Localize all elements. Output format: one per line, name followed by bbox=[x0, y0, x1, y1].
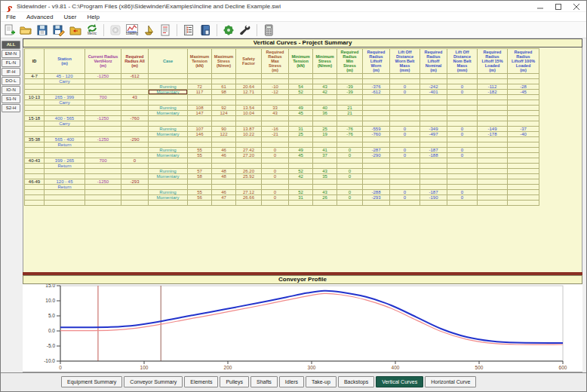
cell[interactable] bbox=[390, 79, 420, 84]
cell[interactable] bbox=[363, 164, 390, 169]
cell[interactable] bbox=[121, 127, 149, 132]
filter-tab-s1-n[interactable]: S1-N bbox=[2, 95, 20, 103]
cell[interactable] bbox=[337, 185, 363, 190]
cell[interactable]: 122 bbox=[212, 132, 236, 137]
cell[interactable]: -28 bbox=[508, 84, 539, 90]
cell[interactable]: 90 bbox=[212, 127, 236, 132]
cell[interactable]: -45 bbox=[508, 90, 539, 95]
cell[interactable] bbox=[508, 106, 539, 111]
cell[interactable]: -293 bbox=[121, 179, 149, 185]
cell[interactable] bbox=[188, 121, 212, 127]
new-file-icon[interactable] bbox=[2, 23, 17, 38]
cell[interactable]: -288 bbox=[363, 190, 390, 195]
cell[interactable] bbox=[390, 100, 420, 106]
cell[interactable] bbox=[25, 121, 45, 127]
cell[interactable]: 55 bbox=[188, 148, 212, 153]
cell[interactable]: 0 bbox=[262, 148, 289, 153]
cell[interactable] bbox=[149, 179, 188, 185]
cell[interactable]: 55 bbox=[188, 153, 212, 158]
filter-tab-if-h[interactable]: IF-H bbox=[2, 68, 20, 76]
cell[interactable] bbox=[420, 164, 447, 169]
cell[interactable] bbox=[289, 164, 313, 169]
cell[interactable] bbox=[478, 164, 508, 169]
cell[interactable] bbox=[25, 127, 45, 132]
tab-horizontal-curve[interactable]: Horizontal Curve bbox=[425, 376, 476, 387]
cell[interactable] bbox=[45, 174, 85, 179]
cell[interactable] bbox=[420, 142, 447, 148]
cell[interactable] bbox=[478, 153, 508, 158]
cell[interactable] bbox=[121, 190, 149, 195]
cell[interactable]: -497 bbox=[420, 132, 447, 137]
cell[interactable] bbox=[188, 95, 212, 100]
cell[interactable]: Return bbox=[45, 142, 85, 148]
cell[interactable]: 0 bbox=[337, 169, 363, 174]
cell[interactable] bbox=[25, 106, 45, 111]
cell[interactable] bbox=[25, 185, 45, 190]
cell[interactable] bbox=[149, 74, 188, 79]
cell[interactable] bbox=[188, 164, 212, 169]
cell[interactable] bbox=[236, 121, 262, 127]
cell[interactable] bbox=[262, 74, 289, 79]
cell[interactable]: -1250 bbox=[85, 137, 121, 142]
cell[interactable] bbox=[420, 95, 447, 100]
cell[interactable] bbox=[289, 142, 313, 148]
cell[interactable] bbox=[25, 174, 45, 179]
cell[interactable] bbox=[25, 169, 45, 174]
cell[interactable]: 107 bbox=[188, 127, 212, 132]
cell[interactable] bbox=[420, 201, 447, 206]
cell[interactable]: 146 bbox=[188, 132, 212, 137]
tab-backstops[interactable]: Backstops bbox=[338, 376, 374, 387]
cell[interactable]: Carry bbox=[45, 100, 85, 106]
cell[interactable]: 27.12 bbox=[236, 190, 262, 195]
cell[interactable] bbox=[85, 100, 121, 106]
cell[interactable] bbox=[149, 79, 188, 84]
cell[interactable] bbox=[337, 137, 363, 142]
cell[interactable] bbox=[85, 195, 121, 201]
menu-help[interactable]: Help bbox=[81, 14, 104, 20]
tab-idlers[interactable]: Idlers bbox=[279, 376, 304, 387]
cell[interactable]: 35 bbox=[313, 174, 337, 179]
cell[interactable] bbox=[188, 74, 212, 79]
cell[interactable] bbox=[25, 190, 45, 195]
cell[interactable]: 0 bbox=[337, 153, 363, 158]
cell[interactable] bbox=[289, 100, 313, 106]
metric-refresh-icon[interactable]: Metric bbox=[85, 23, 100, 38]
cell[interactable]: 108 bbox=[188, 106, 212, 111]
cell[interactable]: -16 bbox=[262, 127, 289, 132]
cell[interactable] bbox=[85, 79, 121, 84]
cell[interactable] bbox=[121, 90, 149, 95]
cell[interactable] bbox=[363, 179, 390, 185]
cell[interactable] bbox=[478, 195, 508, 201]
cell[interactable] bbox=[45, 195, 85, 201]
cell[interactable] bbox=[289, 121, 313, 127]
cell[interactable] bbox=[508, 179, 539, 185]
cell[interactable] bbox=[85, 90, 121, 95]
cell[interactable] bbox=[478, 169, 508, 174]
cell[interactable] bbox=[121, 142, 149, 148]
cell[interactable]: 40-43 bbox=[25, 158, 45, 164]
cell[interactable] bbox=[262, 179, 289, 185]
cell[interactable] bbox=[313, 158, 337, 164]
menu-advanced[interactable]: Advanced bbox=[21, 14, 59, 20]
cell[interactable] bbox=[363, 79, 390, 84]
cell[interactable]: 0 bbox=[262, 153, 289, 158]
cell[interactable] bbox=[390, 137, 420, 142]
cell[interactable] bbox=[447, 116, 478, 121]
cell[interactable]: 0 bbox=[447, 90, 478, 95]
cell[interactable]: -1250 bbox=[85, 179, 121, 185]
cell[interactable] bbox=[390, 174, 420, 179]
cell[interactable]: 10.04 bbox=[236, 111, 262, 116]
cell[interactable] bbox=[212, 201, 236, 206]
cell[interactable] bbox=[262, 158, 289, 164]
cell[interactable]: -293 bbox=[363, 195, 390, 201]
cell[interactable]: Running bbox=[149, 148, 188, 153]
cell[interactable] bbox=[25, 195, 45, 201]
cell[interactable]: 37 bbox=[313, 153, 337, 158]
cell[interactable] bbox=[363, 142, 390, 148]
cell[interactable]: 45 bbox=[289, 111, 313, 116]
cell[interactable]: Running bbox=[149, 106, 188, 111]
cell[interactable] bbox=[478, 106, 508, 111]
cell[interactable] bbox=[149, 100, 188, 106]
cell[interactable]: 27.42 bbox=[236, 148, 262, 153]
cell[interactable]: -112 bbox=[478, 84, 508, 90]
